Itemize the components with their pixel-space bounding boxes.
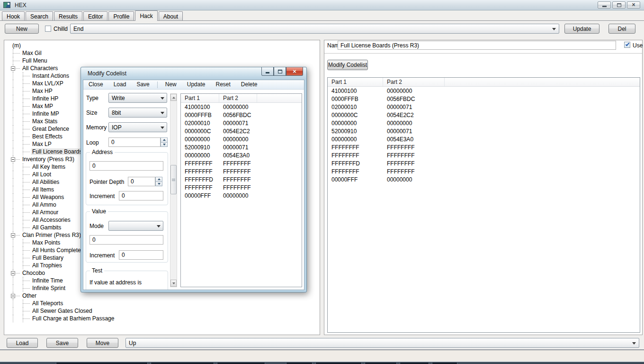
tree-collapse-icon[interactable] bbox=[11, 157, 15, 162]
save-button[interactable]: Save bbox=[46, 338, 78, 348]
column-header[interactable]: Part 2 bbox=[219, 94, 257, 102]
codelist-row[interactable]: FFFFFFFFFFFFFFFF bbox=[328, 151, 640, 159]
chilld-checkbox[interactable] bbox=[45, 26, 51, 32]
codelist-cell: 00000000 bbox=[383, 176, 445, 183]
codelist-row[interactable]: 000000000054E3A0 bbox=[328, 135, 640, 143]
address-increment-input[interactable]: 0 bbox=[119, 191, 163, 200]
codelist-row[interactable]: 0000000000000000 bbox=[181, 135, 302, 143]
codelist-row[interactable]: 0200001000000071 bbox=[328, 103, 640, 111]
codelist-row[interactable]: FFFFFFFFFFFFFFFF bbox=[181, 167, 302, 175]
codelist-row[interactable]: 0000FFFB0056FBDC bbox=[181, 111, 302, 119]
scroll-down-icon[interactable] bbox=[170, 280, 177, 287]
codelist-row[interactable]: 4100010000000000 bbox=[328, 87, 640, 95]
tab-search[interactable]: Search bbox=[26, 11, 53, 20]
move-button[interactable]: Move bbox=[87, 338, 118, 348]
codelist-row[interactable]: FFFFFFFDFFFFFFFF bbox=[328, 159, 640, 167]
menu-new[interactable]: New bbox=[160, 80, 182, 90]
codelist-row[interactable]: 0000FFFB0056FBDC bbox=[328, 95, 640, 103]
column-header[interactable]: Part 2 bbox=[383, 78, 445, 86]
spin-down-icon[interactable] bbox=[155, 182, 162, 187]
update-button[interactable]: Update bbox=[564, 24, 599, 34]
menu-save[interactable]: Save bbox=[131, 80, 154, 90]
profile-combobox[interactable]: End bbox=[70, 24, 559, 34]
move-combobox[interactable]: Up bbox=[125, 338, 639, 348]
tab-profile[interactable]: Profile bbox=[108, 11, 134, 20]
load-button[interactable]: Load bbox=[7, 338, 38, 348]
pointer-depth-input[interactable]: 0 bbox=[128, 177, 155, 186]
codelist-row[interactable]: 5200091000000071 bbox=[328, 127, 640, 135]
scroll-up-icon[interactable] bbox=[170, 94, 177, 101]
loop-spinner[interactable] bbox=[161, 137, 168, 147]
tree-connector bbox=[21, 284, 31, 292]
modify-codelist-button[interactable]: Modify Codelist bbox=[327, 60, 368, 70]
restore-button[interactable] bbox=[612, 1, 626, 9]
move-combobox-value: Up bbox=[129, 340, 136, 346]
tab-results[interactable]: Results bbox=[54, 11, 82, 20]
mode-dropdown[interactable] bbox=[108, 221, 163, 231]
codelist-cell: 0056FBDC bbox=[219, 112, 257, 118]
tree-item[interactable]: Other bbox=[4, 292, 320, 300]
tree-item[interactable]: Max Gil bbox=[4, 49, 320, 57]
spin-down-icon[interactable] bbox=[161, 142, 168, 147]
tree-item[interactable]: All Sewer Gates Closed bbox=[4, 307, 320, 315]
codelist-row[interactable]: FFFFFFFDFFFFFFFF bbox=[181, 175, 302, 183]
tab-editor[interactable]: Editor bbox=[83, 11, 107, 20]
tab-hack[interactable]: Hack bbox=[135, 10, 157, 21]
codelist-row[interactable]: 00000FFF00000000 bbox=[328, 175, 640, 183]
menu-close[interactable]: Close bbox=[83, 80, 108, 90]
column-header[interactable]: Part 1 bbox=[181, 94, 219, 102]
value-input[interactable]: 0 bbox=[89, 235, 163, 245]
name-input[interactable] bbox=[338, 41, 616, 50]
tree-collapse-icon[interactable] bbox=[11, 66, 15, 71]
menu-update[interactable]: Update bbox=[182, 80, 211, 90]
loop-input[interactable]: 0 bbox=[108, 137, 161, 147]
tree-item-label: Other bbox=[21, 292, 37, 299]
form-scrollbar[interactable] bbox=[170, 93, 177, 287]
minimize-button[interactable] bbox=[598, 1, 611, 9]
scroll-thumb[interactable] bbox=[170, 165, 177, 194]
pointer-depth-spinner[interactable] bbox=[155, 177, 162, 186]
codelist-row[interactable]: 4100010000000000 bbox=[181, 103, 302, 111]
menu-delete[interactable]: Delete bbox=[236, 80, 263, 90]
tree-item[interactable]: Full Charge at Barhiem Passage bbox=[4, 315, 320, 322]
address-input[interactable]: 0 bbox=[89, 161, 163, 171]
tree-guide bbox=[11, 186, 21, 193]
use-checkbox[interactable] bbox=[624, 42, 630, 48]
tree-item[interactable]: All Teleports bbox=[4, 300, 320, 307]
codelist-row[interactable]: FFFFFFFFFFFFFFFF bbox=[181, 183, 302, 191]
codelist-row[interactable]: 0000000C0054E2C2 bbox=[181, 127, 302, 135]
dialog-maximize-button[interactable] bbox=[274, 67, 286, 76]
tab-about[interactable]: About bbox=[159, 11, 183, 20]
value-increment-input[interactable]: 0 bbox=[119, 250, 163, 260]
size-dropdown[interactable]: 8bit bbox=[108, 108, 167, 118]
tab-hook[interactable]: Hook bbox=[2, 11, 25, 20]
codelist-row[interactable]: 0000000C0054E2C2 bbox=[328, 111, 640, 119]
address-group-label: Address bbox=[90, 149, 115, 155]
codelist-row[interactable]: FFFFFFFFFFFFFFFF bbox=[328, 167, 640, 175]
codelist-row[interactable]: 0200001000000071 bbox=[181, 119, 302, 127]
menu-load[interactable]: Load bbox=[108, 80, 132, 90]
column-header[interactable]: Part 1 bbox=[328, 78, 383, 86]
codelist-cell: 0056FBDC bbox=[383, 96, 445, 102]
codelist-row[interactable]: 0000000000000000 bbox=[328, 119, 640, 127]
codelist-row[interactable]: 000000000054E3A0 bbox=[181, 151, 302, 159]
codelist-row[interactable]: 00000FFF00000000 bbox=[181, 191, 302, 200]
codelist-row[interactable]: FFFFFFFFFFFFFFFF bbox=[328, 143, 640, 151]
close-button[interactable] bbox=[627, 1, 640, 9]
dialog-close-button[interactable] bbox=[286, 67, 303, 76]
type-dropdown[interactable]: Write bbox=[108, 93, 167, 103]
del-button[interactable]: Del bbox=[608, 24, 635, 34]
tree-collapse-icon[interactable] bbox=[11, 271, 15, 275]
codelist-row[interactable]: 5200091000000071 bbox=[181, 143, 302, 151]
tree-connector bbox=[21, 307, 31, 315]
memory-dropdown[interactable]: IOP bbox=[108, 122, 167, 132]
tree-collapse-icon[interactable] bbox=[11, 233, 15, 237]
new-button[interactable]: New bbox=[5, 24, 39, 34]
dialog-minimize-button[interactable] bbox=[261, 67, 274, 76]
menu-reset[interactable]: Reset bbox=[210, 80, 235, 90]
codelist-row[interactable]: FFFFFFFFFFFFFFFF bbox=[181, 159, 302, 167]
tree-item[interactable]: Full Menu bbox=[4, 57, 320, 64]
tree-item-label: All Armour bbox=[31, 209, 59, 216]
tree-collapse-icon[interactable] bbox=[11, 294, 15, 298]
tree-item[interactable]: (m) bbox=[4, 42, 320, 49]
